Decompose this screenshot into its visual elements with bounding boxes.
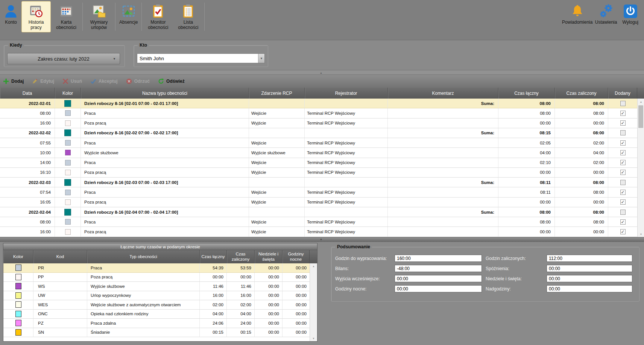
summary-grid: Godzin do wypracowania:160:00Godzin zali…	[335, 255, 636, 292]
totals-row[interactable]: ONCOpieka nad członkiem rodziny04:0004:0…	[3, 310, 310, 319]
dodany-checkbox[interactable]: ✓	[620, 199, 626, 205]
summary-field-value[interactable]: -48:00	[395, 265, 482, 272]
cell-data: 16:00	[0, 227, 55, 236]
scrollbar-thumb[interactable]	[638, 105, 643, 128]
table-row[interactable]: 2022-02-03Dzień roboczy 8-16 [02-03 07:0…	[0, 178, 637, 187]
add-button[interactable]: Dodaj	[3, 78, 24, 84]
totals-header-nocne[interactable]: Godziny nocne	[283, 250, 310, 263]
accept-button-label: Akceptuj	[99, 79, 118, 84]
totals-row[interactable]: PRPraca54:3953:5900:0000:00	[3, 263, 310, 273]
totals-row[interactable]: WESWejście służbowe z automatycznym otwa…	[3, 300, 310, 310]
scroll-up-icon[interactable]: ▲	[638, 99, 644, 105]
table-row[interactable]: 14:00PracaWejścieTerminal RCP Wejściowy0…	[0, 158, 637, 168]
dodany-checkbox[interactable]: ✓	[620, 190, 626, 195]
totals-header-czas-laczny[interactable]: Czas łączny	[200, 250, 227, 263]
nav-wyloguj[interactable]: Wyloguj	[620, 1, 641, 27]
nav-karta-obecnosci[interactable]: Karta obecności	[52, 1, 81, 32]
table-row[interactable]: 16:00Poza pracąWyjścieTerminal RCP Wejśc…	[0, 119, 637, 128]
summary-field-value[interactable]: 00:00	[395, 275, 482, 282]
cell-czas-laczny: 08:11	[498, 187, 555, 197]
table-row[interactable]: 16:10Poza pracąWyjścieTerminal RCP Wejśc…	[0, 168, 637, 178]
table-row[interactable]: 08:00PracaWejścieTerminal RCP Wejściowy0…	[0, 108, 637, 118]
cell-kolor	[55, 168, 81, 177]
column-header-czas-laczny[interactable]: Czas łączny	[498, 88, 555, 99]
accept-button[interactable]: Akceptuj	[90, 78, 118, 84]
refresh-button[interactable]: Odśwież	[158, 78, 185, 84]
summary-field-value[interactable]: 160:00	[395, 255, 482, 262]
column-header-nazwa[interactable]: Nazwa typu obecności	[81, 88, 249, 99]
table-row[interactable]: 16:05Poza pracąWyjścieTerminal RCP Wejśc…	[0, 198, 637, 207]
table-row[interactable]: 07:54PracaWejścieTerminal RCP Wejściowy0…	[0, 187, 637, 197]
totals-row[interactable]: WSWyjście służbowe11:4611:4600:0000:00	[3, 282, 310, 291]
vertical-scrollbar[interactable]: ▲ ▼	[637, 99, 644, 237]
top-toolbar-right: Powiadomienia	[562, 1, 641, 27]
table-row[interactable]: 08:00PracaWejścieTerminal RCP Wejściowy0…	[0, 217, 637, 227]
edit-button[interactable]: Edytuj	[32, 78, 54, 84]
dodany-checkbox[interactable]: ✓	[620, 229, 626, 234]
cell-kolor	[3, 273, 33, 282]
column-header-czas-zaliczony[interactable]: Czas zaliczony	[555, 88, 608, 99]
column-header-komentarz[interactable]: Komentarz	[388, 88, 498, 99]
dodany-checkbox[interactable]: ✓	[620, 120, 626, 126]
delete-button[interactable]: Usuń	[62, 78, 82, 84]
nav-lista-obecnosci[interactable]: Lista obecności	[173, 1, 203, 32]
table-row[interactable]: 2022-02-02Dzień roboczy 8-16 [02-02 07:0…	[0, 128, 637, 138]
summary-field-value[interactable]: 00:00	[547, 265, 632, 272]
totals-row[interactable]: SNŚniadanie00:1500:1500:0000:00	[3, 328, 310, 337]
dodany-checkbox[interactable]	[620, 101, 626, 106]
nav-ustawienia[interactable]: Ustawienia	[593, 1, 620, 27]
column-header-rejestrator[interactable]: Rejestrator	[305, 88, 388, 99]
scroll-down-icon[interactable]: ▼	[638, 231, 644, 237]
totals-header-kolor[interactable]: Kolor	[3, 250, 33, 263]
dodany-checkbox[interactable]: ✓	[620, 111, 626, 116]
nav-monitor-obecnosci[interactable]: Monitor obecności	[143, 1, 173, 32]
nav-absencje[interactable]: Absencje	[117, 1, 140, 32]
column-header-data[interactable]: Data	[0, 88, 55, 99]
dodany-checkbox[interactable]: ✓	[620, 160, 626, 165]
horizontal-splitter[interactable]: ▼	[0, 237, 644, 242]
totals-header-niedziele[interactable]: Niedziele i święta	[255, 250, 283, 263]
totals-row[interactable]: UWUrlop wypoczynkowy16:0016:0000:0000:00	[3, 291, 310, 301]
cell-rejestrator: Terminal RCP Wejściowy	[305, 217, 388, 226]
table-row[interactable]: 2022-02-01Dzień roboczy 8-16 [02-01 07:0…	[0, 99, 637, 108]
totals-row[interactable]: PZPraca zdalna24:0624:0000:0000:00	[3, 319, 310, 328]
summary-field-value[interactable]: 112:00	[547, 255, 632, 262]
summary-field-value[interactable]: 00:00	[547, 285, 632, 292]
toolbar-separator	[141, 3, 142, 31]
dodany-checkbox[interactable]: ✓	[620, 140, 626, 146]
dodany-checkbox[interactable]: ✓	[620, 170, 626, 175]
table-row[interactable]: 10:00Wyjście służboweWyjście służboweTer…	[0, 148, 637, 158]
totals-header-kod[interactable]: Kod	[33, 250, 87, 263]
scroll-up-icon[interactable]: ▲	[310, 263, 317, 269]
totals-vertical-scrollbar[interactable]: ▲ ▼	[310, 263, 317, 341]
totals-header-typ[interactable]: Typ obecności	[87, 250, 200, 263]
nav-label: Historia pracy	[24, 20, 49, 30]
cell-czas-laczny: 02:00	[200, 300, 227, 309]
employee-combobox[interactable]: Smith John ▼	[137, 53, 265, 63]
table-row[interactable]: 07:55PracaWejścieTerminal RCP Wejściowy0…	[0, 138, 637, 148]
reject-button[interactable]: Odrzuć	[126, 78, 150, 84]
summary-field-value[interactable]: 00:00	[547, 275, 632, 282]
dodany-checkbox[interactable]: ✓	[620, 219, 626, 225]
column-header-kolor[interactable]: Kolor	[55, 88, 81, 99]
column-header-dodany[interactable]: Dodany	[608, 88, 637, 99]
nav-wymiary-urlopow[interactable]: Wymiary urlopów	[84, 1, 114, 32]
panel-divider[interactable]: ▲	[0, 70, 644, 75]
table-row[interactable]: 16:00Poza pracąWyjścieTerminal RCP Wejśc…	[0, 227, 637, 237]
time-range-dropdown[interactable]: Zakres czasu: luty 2022 ▼	[7, 53, 120, 64]
summary-field-value[interactable]: 00:00	[395, 285, 482, 292]
nav-powiadomienia[interactable]: Powiadomienia	[563, 1, 592, 27]
totals-header-czas-zaliczony[interactable]: Czas zaliczony	[227, 250, 255, 263]
dodany-checkbox[interactable]	[620, 180, 626, 185]
table-row[interactable]: 2022-02-04Dzień roboczy 8-16 [02-04 07:0…	[0, 207, 637, 217]
dodany-checkbox[interactable]	[620, 210, 626, 215]
combobox-dropdown-button[interactable]: ▼	[258, 54, 264, 63]
cell-data: 2022-02-04	[0, 207, 55, 217]
nav-historia-pracy[interactable]: Historia pracy	[21, 1, 51, 32]
nav-konto[interactable]: Konto	[1, 1, 21, 32]
column-header-zdarzenie[interactable]: Zdarzenie RCP	[249, 88, 305, 99]
dodany-checkbox[interactable]: ✓	[620, 150, 626, 155]
totals-row[interactable]: PPPoza pracą00:0000:0000:0000:00	[3, 273, 310, 282]
dodany-checkbox[interactable]	[620, 130, 626, 135]
scroll-down-icon[interactable]: ▼	[310, 336, 317, 341]
